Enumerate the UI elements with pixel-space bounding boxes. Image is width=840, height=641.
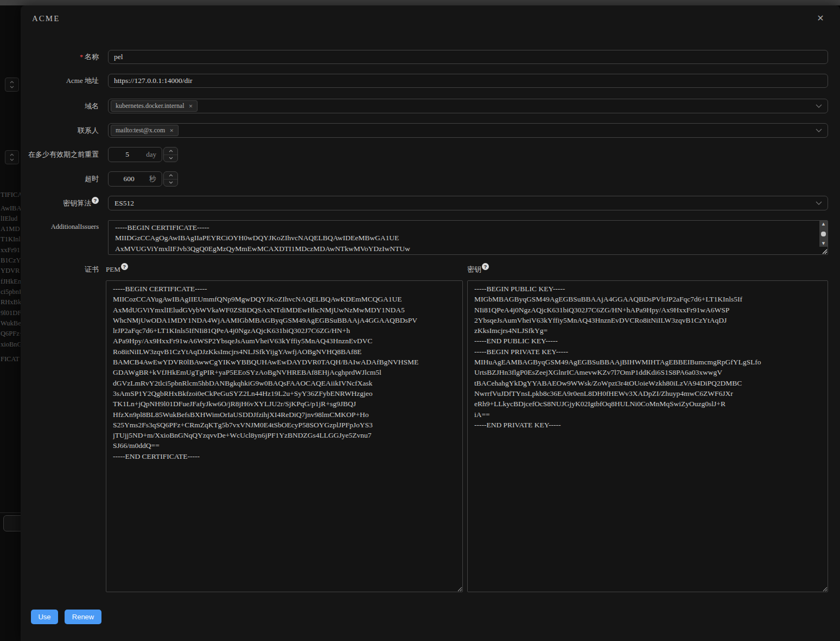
contact-tag-label: mailto:test@x.com bbox=[116, 126, 165, 134]
contacts-label: 联系人 bbox=[21, 123, 99, 138]
scrollbar[interactable]: ▲ ▼ bbox=[819, 221, 828, 247]
renew-before-value: 5 bbox=[109, 150, 146, 159]
background-text-fragment: xioBnG bbox=[1, 341, 21, 349]
background-text-fragment: WukBe bbox=[1, 319, 21, 328]
resize-grip-icon[interactable] bbox=[820, 247, 828, 254]
chevron-down-icon[interactable] bbox=[164, 179, 177, 187]
tag-close-icon[interactable]: ✕ bbox=[189, 104, 193, 109]
timeout-value: 600 bbox=[109, 175, 149, 183]
domains-select[interactable]: kubernetes.docker.internal ✕ bbox=[108, 99, 828, 113]
additional-issuers-text: -----BEGIN CERTIFICATE----- MIIDGzCCAgOg… bbox=[115, 222, 813, 254]
background-button-fragment bbox=[3, 515, 21, 531]
background-text-fragment: A1MD bbox=[1, 225, 20, 233]
background-text-fragment: ci5pbnR bbox=[1, 288, 21, 296]
help-icon[interactable]: ? bbox=[121, 263, 128, 270]
private-key-label: 密钥? bbox=[467, 265, 489, 274]
acme-address-input[interactable] bbox=[108, 74, 828, 88]
timeout-label: 超时 bbox=[21, 171, 99, 187]
contacts-select[interactable]: mailto:test@x.com ✕ bbox=[108, 123, 828, 138]
resize-grip-icon[interactable] bbox=[821, 585, 828, 592]
drawer-title: ACME bbox=[32, 14, 60, 23]
background-spinner-fragment bbox=[5, 78, 19, 92]
key-algorithm-select[interactable]: ES512 bbox=[108, 196, 828, 210]
certificate-text: -----BEGIN CERTIFICATE----- MIICozCCAYug… bbox=[113, 284, 458, 461]
background-text-fragment: YDVR bbox=[1, 267, 20, 275]
background-text-fragment: lIElud bbox=[1, 215, 17, 223]
renew-before-label: 在多少有效期之前重置 bbox=[21, 147, 99, 162]
domains-label: 域名 bbox=[21, 99, 99, 113]
timeout-input[interactable]: 600 秒 bbox=[108, 171, 162, 187]
key-algorithm-value: ES512 bbox=[114, 199, 134, 208]
background-text-fragment: FICAT bbox=[1, 355, 20, 363]
background-page-sliver: TIFICAAwIBAlIEludA1MDT1KInlsxxFr91B1CzYY… bbox=[0, 5, 21, 641]
background-text-fragment: Q6PFz+ bbox=[1, 330, 21, 338]
chevron-down-icon bbox=[816, 201, 822, 206]
background-text-fragment: RHxBk bbox=[1, 298, 21, 306]
background-text-fragment: xxFr91 bbox=[1, 246, 20, 254]
background-text-fragment: TIFICA bbox=[1, 191, 21, 199]
help-icon[interactable]: ? bbox=[92, 197, 99, 204]
background-text-fragment: AwIBA bbox=[1, 204, 21, 213]
scroll-down-icon[interactable]: ▼ bbox=[822, 241, 825, 246]
renew-before-stepper bbox=[163, 147, 178, 162]
timeout-unit: 秒 bbox=[149, 174, 156, 184]
close-icon[interactable]: ✕ bbox=[815, 13, 826, 24]
scrollbar-thumb[interactable] bbox=[821, 232, 826, 236]
private-key-textarea[interactable]: -----BEGIN PUBLIC KEY----- MIGbMBAGByqGS… bbox=[467, 280, 828, 592]
required-asterisk: * bbox=[80, 53, 83, 61]
timeout-stepper bbox=[163, 171, 178, 187]
chevron-up-icon[interactable] bbox=[164, 148, 177, 155]
chevron-up-icon[interactable] bbox=[164, 172, 177, 179]
private-key-text: -----BEGIN PUBLIC KEY----- MIGbMBAGByqGS… bbox=[474, 284, 823, 430]
scroll-up-icon[interactable]: ▲ bbox=[822, 222, 825, 226]
background-text-fragment: B1CzY bbox=[1, 257, 21, 265]
use-button[interactable]: Use bbox=[31, 610, 58, 624]
chevron-down-icon[interactable] bbox=[164, 155, 177, 162]
background-header-strip bbox=[0, 0, 840, 5]
certificate-textarea[interactable]: -----BEGIN CERTIFICATE----- MIICozCCAYug… bbox=[106, 280, 463, 592]
background-text-fragment: fJHkEm bbox=[1, 278, 21, 286]
certificate-label: 证书 bbox=[21, 265, 99, 274]
tag-close-icon[interactable]: ✕ bbox=[169, 128, 174, 133]
name-field-label: *名称 bbox=[21, 50, 99, 64]
renew-before-input[interactable]: 5 day bbox=[108, 147, 162, 162]
domain-tag: kubernetes.docker.internal ✕ bbox=[111, 100, 198, 112]
background-text-fragment: T1KInls bbox=[1, 235, 21, 243]
background-text-fragment: 9l01DF bbox=[1, 309, 21, 317]
contact-tag: mailto:test@x.com ✕ bbox=[111, 125, 179, 136]
resize-grip-icon[interactable] bbox=[456, 585, 462, 592]
acme-drawer: ACME ✕ *名称 Acme 地址 域名 kubernetes.docker.… bbox=[21, 5, 840, 641]
chevron-down-icon bbox=[816, 129, 822, 133]
additional-issuers-label: AdditionalIssuers bbox=[21, 222, 99, 232]
renew-button[interactable]: Renew bbox=[65, 610, 101, 624]
additional-issuers-textarea[interactable]: -----BEGIN CERTIFICATE----- MIIDGzCCAgOg… bbox=[108, 220, 828, 255]
renew-before-unit: day bbox=[146, 150, 156, 159]
certificate-format-label: PEM? bbox=[106, 265, 128, 274]
help-icon[interactable]: ? bbox=[482, 263, 489, 270]
background-spinner-fragment bbox=[5, 150, 19, 164]
acme-address-label: Acme 地址 bbox=[21, 74, 99, 88]
domain-tag-label: kubernetes.docker.internal bbox=[116, 102, 184, 110]
key-algorithm-label: 密钥算法? bbox=[21, 196, 99, 210]
name-input[interactable] bbox=[108, 50, 828, 64]
background-divider bbox=[0, 512, 21, 513]
chevron-down-icon bbox=[816, 104, 822, 108]
